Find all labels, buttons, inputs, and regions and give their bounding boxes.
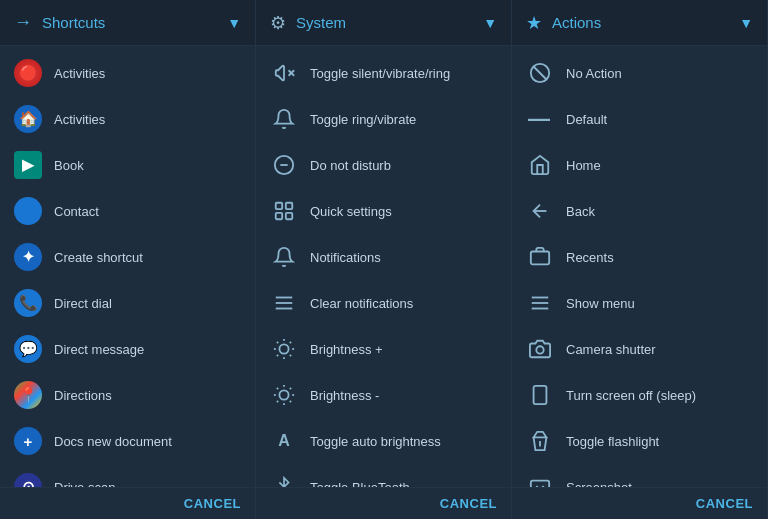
system-title: System: [296, 14, 483, 31]
svg-rect-38: [531, 252, 549, 265]
list-item[interactable]: Notifications: [256, 234, 511, 280]
item-label: Activities: [54, 66, 105, 81]
svg-line-18: [277, 355, 278, 356]
actions-cancel-button[interactable]: CANCEL: [696, 496, 753, 511]
svg-point-42: [536, 346, 543, 353]
svg-line-28: [290, 388, 291, 389]
shortcuts-title: Shortcuts: [42, 14, 227, 31]
back-icon: [526, 197, 554, 225]
svg-line-19: [290, 342, 291, 343]
svg-rect-4: [276, 203, 282, 209]
item-label: Show menu: [566, 296, 635, 311]
list-item[interactable]: 👤 Contact: [0, 188, 255, 234]
bluetooth-icon: [270, 473, 298, 487]
item-label: Docs new document: [54, 434, 172, 449]
list-item[interactable]: + Docs new document: [0, 418, 255, 464]
list-item[interactable]: 🔴 Activities: [0, 50, 255, 96]
list-item[interactable]: Toggle ring/vibrate: [256, 96, 511, 142]
item-label: Book: [54, 158, 84, 173]
system-cancel-button[interactable]: CANCEL: [440, 496, 497, 511]
book-icon: ▶: [14, 151, 42, 179]
no-action-icon: [526, 59, 554, 87]
list-item[interactable]: ✦ Create shortcut: [0, 234, 255, 280]
item-label: Activities: [54, 112, 105, 127]
list-item[interactable]: 🏠 Activities: [0, 96, 255, 142]
notifications-icon: [270, 243, 298, 271]
show-menu-icon: [526, 289, 554, 317]
direct-message-icon: 💬: [14, 335, 42, 363]
item-label: Brightness +: [310, 342, 383, 357]
item-label: Toggle flashlight: [566, 434, 659, 449]
brightness-plus-icon: [270, 335, 298, 363]
list-item[interactable]: Show menu: [512, 280, 767, 326]
item-label: Default: [566, 112, 607, 127]
actions-panel: ★ Actions ▼ No Action — Default Home Bac…: [512, 0, 768, 519]
item-label: Create shortcut: [54, 250, 143, 265]
list-item[interactable]: No Action: [512, 50, 767, 96]
list-item[interactable]: Brightness -: [256, 372, 511, 418]
list-item[interactable]: 📞 Direct dial: [0, 280, 255, 326]
svg-rect-5: [286, 203, 292, 209]
quick-settings-icon: [270, 197, 298, 225]
list-item[interactable]: Brightness +: [256, 326, 511, 372]
shortcuts-dropdown-icon[interactable]: ▼: [227, 15, 241, 31]
camera-shutter-icon: [526, 335, 554, 363]
list-item[interactable]: — Default: [512, 96, 767, 142]
list-item[interactable]: Turn screen off (sleep): [512, 372, 767, 418]
list-item[interactable]: 📍 Directions: [0, 372, 255, 418]
item-label: Do not disturb: [310, 158, 391, 173]
auto-brightness-icon: A: [270, 427, 298, 455]
svg-point-11: [279, 344, 288, 353]
list-item[interactable]: Recents: [512, 234, 767, 280]
system-panel: ⚙ System ▼ Toggle silent/vibrate/ring To…: [256, 0, 512, 519]
actions-dropdown-icon[interactable]: ▼: [739, 15, 753, 31]
list-item[interactable]: Toggle flashlight: [512, 418, 767, 464]
svg-rect-7: [286, 213, 292, 219]
shortcuts-panel: → Shortcuts ▼ 🔴 Activities 🏠 Activities …: [0, 0, 256, 519]
list-item[interactable]: Toggle silent/vibrate/ring: [256, 50, 511, 96]
item-label: Toggle silent/vibrate/ring: [310, 66, 450, 81]
shortcuts-footer: CANCEL: [0, 487, 255, 519]
create-shortcut-icon: ✦: [14, 243, 42, 271]
activities1-icon: 🔴: [14, 59, 42, 87]
item-label: Notifications: [310, 250, 381, 265]
svg-line-23: [277, 388, 278, 389]
home-icon: [526, 151, 554, 179]
actions-title: Actions: [552, 14, 739, 31]
list-item[interactable]: A Toggle auto brightness: [256, 418, 511, 464]
activities2-icon: 🏠: [14, 105, 42, 133]
list-item[interactable]: ⊙ Drive scan: [0, 464, 255, 487]
list-item[interactable]: Camera shutter: [512, 326, 767, 372]
list-item[interactable]: Home: [512, 142, 767, 188]
item-label: Toggle auto brightness: [310, 434, 441, 449]
dnd-icon: [270, 151, 298, 179]
item-label: Toggle ring/vibrate: [310, 112, 416, 127]
list-item[interactable]: 💬 Direct message: [0, 326, 255, 372]
item-label: No Action: [566, 66, 622, 81]
toggle-ring-icon: [270, 105, 298, 133]
shortcuts-cancel-button[interactable]: CANCEL: [184, 496, 241, 511]
item-label: Clear notifications: [310, 296, 413, 311]
drive-scan-icon: ⊙: [14, 473, 42, 487]
actions-footer: CANCEL: [512, 487, 767, 519]
list-item[interactable]: Toggle BlueTooth: [256, 464, 511, 487]
system-header: ⚙ System ▼: [256, 0, 511, 46]
list-item[interactable]: Do not disturb: [256, 142, 511, 188]
shortcuts-header: → Shortcuts ▼: [0, 0, 255, 46]
item-label: Direct message: [54, 342, 144, 357]
brightness-minus-icon: [270, 381, 298, 409]
list-item[interactable]: ▶ Book: [0, 142, 255, 188]
item-label: Turn screen off (sleep): [566, 388, 696, 403]
list-item[interactable]: Back: [512, 188, 767, 234]
system-dropdown-icon[interactable]: ▼: [483, 15, 497, 31]
item-label: Recents: [566, 250, 614, 265]
clear-notifications-icon: [270, 289, 298, 317]
list-item[interactable]: Quick settings: [256, 188, 511, 234]
item-label: Direct dial: [54, 296, 112, 311]
screen-off-icon: [526, 381, 554, 409]
contact-icon: 👤: [14, 197, 42, 225]
item-label: Toggle BlueTooth: [310, 480, 410, 488]
list-item[interactable]: Screenshot: [512, 464, 767, 487]
svg-line-24: [290, 401, 291, 402]
list-item[interactable]: Clear notifications: [256, 280, 511, 326]
